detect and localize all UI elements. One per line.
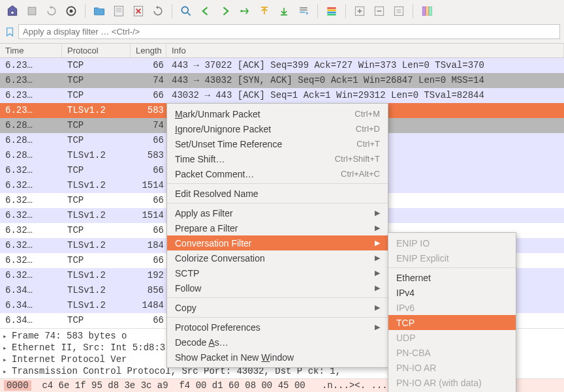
svg-rect-17 xyxy=(327,10,336,12)
main-toolbar xyxy=(0,0,564,22)
menu-item[interactable]: Decode As… xyxy=(167,335,388,350)
svg-point-8 xyxy=(181,7,188,13)
chevron-right-icon: ▶ xyxy=(375,209,380,217)
goto-packet-icon[interactable] xyxy=(236,3,253,20)
chevron-right-icon: ▶ xyxy=(375,284,380,292)
svg-rect-28 xyxy=(422,7,425,15)
svg-rect-30 xyxy=(429,7,431,15)
header-time[interactable]: Time xyxy=(0,44,62,57)
submenu-item: UDP xyxy=(388,330,516,345)
packet-row[interactable]: 6.23…TCP74443 → 43032 [SYN, ACK] Seq=0 A… xyxy=(0,73,564,88)
zoom-out-icon[interactable] xyxy=(371,3,388,20)
packet-row[interactable]: 6.23…TCP6643032 → 443 [ACK] Seq=1 Ack=1 … xyxy=(0,88,564,103)
expand-icon[interactable]: ▸ xyxy=(3,355,10,364)
svg-rect-25 xyxy=(394,7,403,15)
goto-first-icon[interactable] xyxy=(256,3,273,20)
packet-list-header: Time Protocol Length Info xyxy=(0,44,564,58)
menu-item[interactable]: Edit Resolved Name xyxy=(167,186,388,201)
go-forward-icon[interactable] xyxy=(217,3,234,20)
svg-point-2 xyxy=(70,10,73,13)
svg-rect-18 xyxy=(327,12,336,14)
open-file-icon[interactable] xyxy=(91,3,108,20)
auto-scroll-icon[interactable] xyxy=(295,3,312,20)
svg-rect-0 xyxy=(28,7,36,15)
header-protocol[interactable]: Protocol xyxy=(62,44,131,57)
svg-line-9 xyxy=(188,13,191,16)
menu-item[interactable]: Ignore/Unignore PacketCtrl+D xyxy=(167,121,388,136)
chevron-right-icon: ▶ xyxy=(375,303,380,312)
menu-item[interactable]: Follow▶ xyxy=(167,280,388,295)
menu-item[interactable]: Colorize Conversation▶ xyxy=(167,250,388,265)
chevron-right-icon: ▶ xyxy=(375,254,380,262)
expand-icon[interactable]: ▸ xyxy=(3,344,10,352)
menu-item[interactable]: Time Shift…Ctrl+Shift+T xyxy=(167,151,388,166)
hex-bytes: c4 6e 1f 95 d8 3e 3c a9 f4 00 d1 60 08 0… xyxy=(31,380,306,391)
menu-item[interactable]: SCTP▶ xyxy=(167,265,388,280)
context-menu: Mark/Unmark PacketCtrl+MIgnore/Unignore … xyxy=(166,103,388,368)
chevron-right-icon: ▶ xyxy=(375,323,380,331)
find-icon[interactable] xyxy=(178,3,195,20)
svg-rect-16 xyxy=(327,7,336,9)
chevron-right-icon: ▶ xyxy=(375,269,380,277)
menu-item[interactable]: Apply as Filter▶ xyxy=(167,205,388,220)
submenu-item: PN-CBA xyxy=(388,345,516,360)
zoom-reset-icon[interactable] xyxy=(390,3,407,20)
packet-row[interactable]: 6.23…TCP66443 → 37022 [ACK] Seq=399 Ack=… xyxy=(0,58,564,73)
menu-item[interactable]: Mark/Unmark PacketCtrl+M xyxy=(167,106,388,121)
expand-icon[interactable]: ▸ xyxy=(3,332,10,340)
submenu-item: ENIP IO xyxy=(388,235,516,250)
go-back-icon[interactable] xyxy=(197,3,214,20)
chevron-right-icon: ▶ xyxy=(375,224,380,232)
submenu-item[interactable]: IPv4 xyxy=(388,285,516,300)
capture-restart-icon[interactable] xyxy=(43,3,60,20)
capture-options-icon[interactable] xyxy=(63,3,80,20)
menu-item[interactable]: Conversation Filter▶ xyxy=(167,235,388,250)
submenu-item[interactable]: TCP xyxy=(388,315,516,330)
save-file-icon[interactable] xyxy=(110,3,127,20)
expand-icon[interactable]: ▸ xyxy=(3,367,10,376)
svg-point-10 xyxy=(240,10,242,12)
header-info[interactable]: Info xyxy=(166,44,564,57)
capture-stop-icon[interactable] xyxy=(24,3,40,20)
menu-item[interactable]: Copy▶ xyxy=(167,300,388,315)
submenu-item: PN-IO AR xyxy=(388,360,516,375)
svg-rect-3 xyxy=(114,7,123,16)
zoom-in-icon[interactable] xyxy=(351,3,368,20)
hex-offset: 0000 xyxy=(4,380,31,391)
header-length[interactable]: Length xyxy=(131,44,166,57)
display-filter-input[interactable] xyxy=(18,24,560,39)
submenu-item: PN-IO AR (with data) xyxy=(388,375,516,390)
resize-columns-icon[interactable] xyxy=(418,3,435,20)
goto-last-icon[interactable] xyxy=(275,3,292,20)
menu-item[interactable]: Prepare a Filter▶ xyxy=(167,220,388,235)
filter-bar xyxy=(0,22,564,43)
chevron-right-icon: ▶ xyxy=(375,239,380,247)
bookmark-icon[interactable] xyxy=(4,26,16,38)
menu-item[interactable]: Packet Comment…Ctrl+Alt+C xyxy=(167,166,388,181)
close-file-icon[interactable] xyxy=(130,3,147,20)
menu-item[interactable]: Protocol Preferences▶ xyxy=(167,320,388,335)
svg-rect-19 xyxy=(327,14,336,15)
colorize-icon[interactable] xyxy=(323,3,340,20)
capture-start-icon[interactable] xyxy=(4,3,21,20)
submenu-item[interactable]: Ethernet xyxy=(388,270,516,285)
conversation-filter-submenu: ENIP IOENIP ExplicitEthernetIPv4IPv6TCPU… xyxy=(388,232,516,392)
submenu-item: ENIP Explicit xyxy=(388,250,516,265)
menu-item[interactable]: Show Packet in New Window xyxy=(167,350,388,365)
menu-item[interactable]: Set/Unset Time ReferenceCtrl+T xyxy=(167,136,388,151)
svg-rect-29 xyxy=(426,7,428,15)
reload-icon[interactable] xyxy=(149,3,166,20)
submenu-item: IPv6 xyxy=(388,300,516,315)
